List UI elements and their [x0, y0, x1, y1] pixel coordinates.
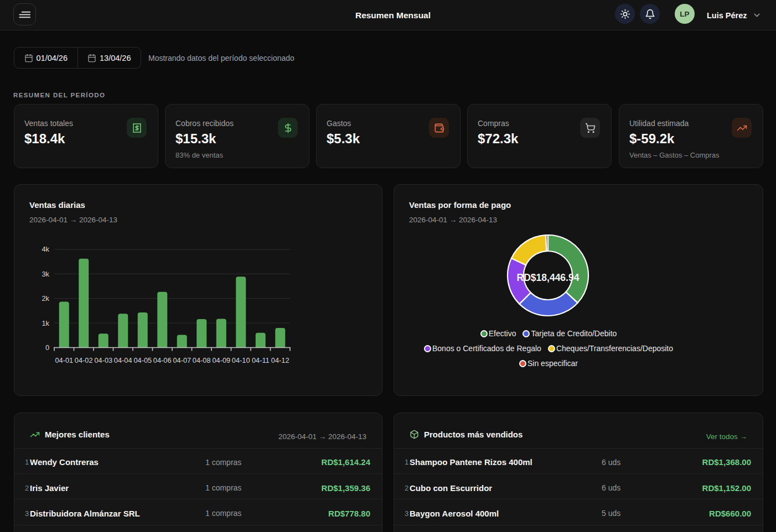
svg-text:04-04: 04-04 — [114, 356, 132, 364]
svg-text:2k: 2k — [42, 294, 49, 302]
svg-text:04-09: 04-09 — [212, 356, 230, 364]
svg-text:04-07: 04-07 — [173, 356, 191, 364]
svg-text:04-10: 04-10 — [232, 356, 250, 364]
svg-text:04-02: 04-02 — [75, 356, 93, 364]
svg-text:04-12: 04-12 — [271, 356, 289, 364]
svg-text:04-11: 04-11 — [252, 356, 270, 364]
svg-text:0: 0 — [45, 343, 49, 352]
svg-text:04-01: 04-01 — [55, 356, 73, 364]
svg-text:04-03: 04-03 — [94, 356, 112, 364]
svg-text:04-06: 04-06 — [153, 356, 172, 364]
svg-text:3k: 3k — [42, 270, 49, 278]
svg-text:04-05: 04-05 — [133, 356, 152, 364]
svg-text:4k: 4k — [42, 245, 49, 253]
svg-text:1k: 1k — [42, 319, 49, 327]
svg-text:04-08: 04-08 — [193, 356, 211, 364]
